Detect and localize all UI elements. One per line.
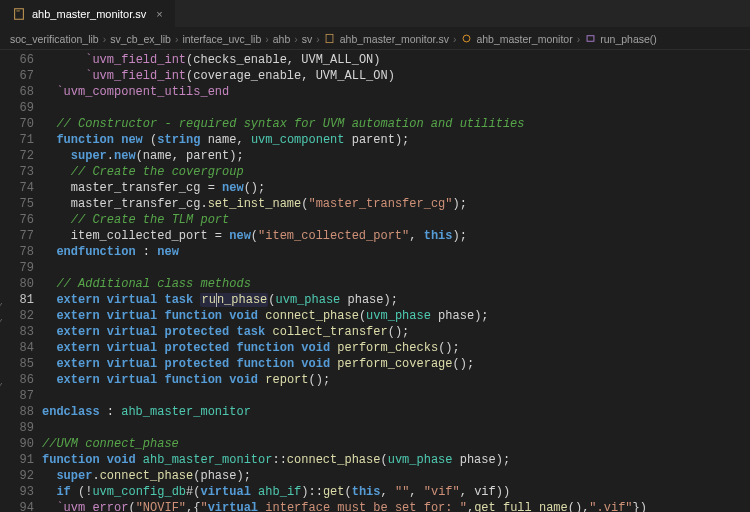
crumb[interactable]: run_phase() xyxy=(600,33,657,45)
chevron-right-icon: › xyxy=(577,33,581,45)
file-icon xyxy=(324,33,336,45)
breadcrumb: soc_verification_lib› sv_cb_ex_lib› inte… xyxy=(0,28,750,50)
crumb[interactable]: interface_uvc_lib xyxy=(182,33,261,45)
chevron-right-icon: › xyxy=(265,33,269,45)
svg-rect-4 xyxy=(587,36,594,42)
tab-active[interactable]: ahb_master_monitor.sv × xyxy=(0,0,175,27)
chevron-right-icon: › xyxy=(175,33,179,45)
close-icon[interactable]: × xyxy=(156,8,162,20)
code-area[interactable]: `uvm_field_int(checks_enable, UVM_ALL_ON… xyxy=(42,50,750,512)
code-editor[interactable]: 66676869707172737475767778798081⌄82⌄8384… xyxy=(0,50,750,512)
svg-rect-2 xyxy=(326,34,333,42)
chevron-right-icon: › xyxy=(103,33,107,45)
tab-filename: ahb_master_monitor.sv xyxy=(32,8,146,20)
method-icon xyxy=(584,33,596,45)
svg-point-3 xyxy=(463,35,470,42)
crumb[interactable]: ahb_master_monitor.sv xyxy=(340,33,449,45)
file-icon xyxy=(12,7,26,21)
tab-bar: ahb_master_monitor.sv × xyxy=(0,0,750,28)
chevron-right-icon: › xyxy=(453,33,457,45)
crumb[interactable]: sv xyxy=(302,33,313,45)
chevron-right-icon: › xyxy=(294,33,298,45)
crumb[interactable]: ahb_master_monitor xyxy=(476,33,572,45)
svg-rect-1 xyxy=(16,10,20,11)
crumb[interactable]: soc_verification_lib xyxy=(10,33,99,45)
class-icon xyxy=(460,33,472,45)
crumb[interactable]: ahb xyxy=(273,33,291,45)
svg-rect-0 xyxy=(15,8,24,19)
chevron-right-icon: › xyxy=(316,33,320,45)
line-number-gutter: 66676869707172737475767778798081⌄82⌄8384… xyxy=(0,50,42,512)
crumb[interactable]: sv_cb_ex_lib xyxy=(110,33,171,45)
